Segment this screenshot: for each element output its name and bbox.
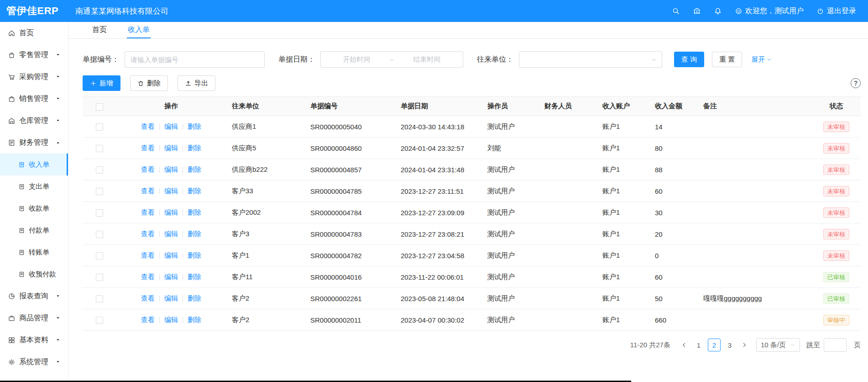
row-checkbox[interactable] (96, 188, 103, 195)
sidebar-subitem-income[interactable]: 收入单 (0, 154, 68, 175)
row-action-delete[interactable]: 删除 (188, 165, 201, 173)
row-action-edit[interactable]: 编辑 (164, 316, 178, 324)
sidebar-item-basic[interactable]: 基本资料 (0, 329, 68, 351)
income-table: 操作往来单位单据编号单据日期操作员财务人员收入账户收入金额备注状态 查看编辑删除… (83, 96, 861, 331)
row-action-edit[interactable]: 编辑 (164, 273, 178, 281)
row-action-view[interactable]: 查看 (141, 316, 155, 324)
row-action-view[interactable]: 查看 (141, 208, 155, 216)
tab-home[interactable]: 首页 (91, 22, 108, 38)
row-checkbox[interactable] (96, 166, 103, 174)
page-button-1[interactable]: 1 (692, 339, 705, 351)
sidebar-item-warehouse[interactable]: 仓库管理 (0, 110, 68, 132)
cell-amount: 20 (649, 223, 698, 245)
row-action-edit[interactable]: 编辑 (164, 208, 178, 216)
row-checkbox[interactable] (96, 252, 103, 260)
sidebar-item-sales[interactable]: 销售管理 (0, 88, 68, 110)
prev-page-button[interactable] (679, 339, 690, 351)
sidebar-subitem-transfer[interactable]: 转账单 (0, 241, 68, 263)
row-actions-cell: 查看编辑删除 (116, 309, 226, 331)
row-checkbox[interactable] (96, 295, 103, 302)
row-action-delete[interactable]: 删除 (188, 144, 201, 152)
row-action-edit[interactable]: 编辑 (164, 230, 178, 238)
status-badge: 未审核 (823, 186, 849, 196)
row-action-view[interactable]: 查看 (141, 165, 155, 173)
add-button[interactable]: 新增 (83, 75, 120, 91)
partner-select[interactable] (519, 51, 662, 68)
row-action-delete[interactable]: 删除 (188, 122, 201, 130)
page-size-select[interactable]: 10 条/页 (756, 338, 800, 352)
user-greeting[interactable]: 欢迎您，测试用户 (735, 6, 804, 16)
sidebar-subitem-payment[interactable]: 付款单 (0, 219, 68, 241)
export-button[interactable]: 导出 (178, 75, 215, 91)
row-action-edit[interactable]: 编辑 (164, 122, 178, 130)
cell-status: 未审核 (812, 116, 861, 138)
row-action-view[interactable]: 查看 (141, 251, 155, 259)
delete-button[interactable]: 删除 (130, 75, 168, 91)
page-button-3[interactable]: 3 (723, 339, 736, 351)
search-icon[interactable] (672, 7, 680, 15)
search-button[interactable]: 查 询 (674, 52, 704, 67)
bell-icon[interactable] (714, 7, 722, 15)
tab-income[interactable]: 收入单 (127, 22, 151, 38)
row-action-edit[interactable]: 编辑 (164, 165, 178, 173)
sidebar-item-report[interactable]: 报表查询 (0, 285, 68, 307)
next-page-button[interactable] (739, 339, 750, 351)
row-action-view[interactable]: 查看 (141, 294, 155, 302)
row-action-edit[interactable]: 编辑 (164, 144, 178, 152)
sidebar-subitem-label: 收预付款 (29, 270, 56, 279)
cell-partner: 供应商1 (226, 116, 305, 138)
sidebar-subitem-label: 支出单 (29, 182, 49, 191)
status-badge: 审核中 (823, 315, 849, 325)
row-action-view[interactable]: 查看 (141, 273, 155, 281)
date-range-picker[interactable]: 开始时间 ~ 结束时间 (320, 51, 463, 68)
row-action-delete[interactable]: 删除 (188, 273, 201, 281)
sidebar-subitem-receipt[interactable]: 收款单 (0, 197, 68, 219)
row-action-delete[interactable]: 删除 (188, 208, 201, 216)
row-action-edit[interactable]: 编辑 (164, 251, 178, 259)
order-no-input[interactable] (125, 51, 265, 68)
chevron-down-icon (55, 52, 61, 58)
row-actions-cell: 查看编辑删除 (116, 223, 226, 245)
select-all-checkbox[interactable] (96, 103, 103, 111)
row-action-delete[interactable]: 删除 (188, 294, 201, 302)
row-action-edit[interactable]: 编辑 (164, 187, 178, 195)
cell-operator: 测试用户 (482, 159, 539, 180)
row-action-view[interactable]: 查看 (141, 187, 155, 195)
sidebar-item-goods[interactable]: 商品管理 (0, 307, 68, 329)
row-checkbox[interactable] (96, 209, 103, 217)
row-action-delete[interactable]: 删除 (188, 187, 201, 195)
row-checkbox[interactable] (96, 274, 103, 281)
sidebar-item-retail[interactable]: 零售管理 (0, 44, 68, 66)
cell-amount: 30 (649, 202, 698, 223)
sidebar-subitem-label: 收款单 (29, 204, 49, 213)
row-action-delete[interactable]: 删除 (188, 251, 201, 259)
logout-button[interactable]: 退出登录 (816, 6, 856, 16)
sidebar-item-system[interactable]: 系统管理 (0, 351, 68, 373)
expand-link[interactable]: 展开 (751, 55, 772, 64)
column-header-status: 状态 (812, 97, 861, 116)
sidebar-item-purchase[interactable]: 采购管理 (0, 66, 68, 88)
building-icon[interactable] (693, 7, 701, 15)
row-action-delete[interactable]: 删除 (188, 316, 201, 324)
jump-input[interactable] (824, 338, 847, 352)
reset-button[interactable]: 重 置 (712, 52, 742, 67)
chevron-down-icon (55, 74, 61, 80)
sidebar-subitem-expense[interactable]: 支出单 (0, 175, 68, 197)
sidebar-item-home[interactable]: 首页 (0, 22, 68, 44)
cell-account: 账户1 (597, 116, 649, 138)
row-checkbox[interactable] (96, 145, 103, 152)
row-action-delete[interactable]: 删除 (188, 230, 201, 238)
row-action-view[interactable]: 查看 (141, 230, 155, 238)
action-separator (183, 188, 183, 194)
date-end-placeholder: 结束时间 (396, 55, 458, 64)
row-checkbox[interactable] (96, 231, 103, 238)
help-icon[interactable]: ? (851, 78, 861, 88)
page-button-2[interactable]: 2 (708, 339, 721, 351)
sidebar-item-finance[interactable]: 财务管理 (0, 132, 68, 154)
row-action-view[interactable]: 查看 (141, 144, 155, 152)
sidebar-subitem-prepaid[interactable]: 收预付款 (0, 263, 68, 285)
row-action-view[interactable]: 查看 (141, 122, 155, 130)
row-checkbox[interactable] (96, 123, 103, 131)
row-checkbox[interactable] (96, 317, 103, 324)
row-action-edit[interactable]: 编辑 (164, 294, 178, 302)
